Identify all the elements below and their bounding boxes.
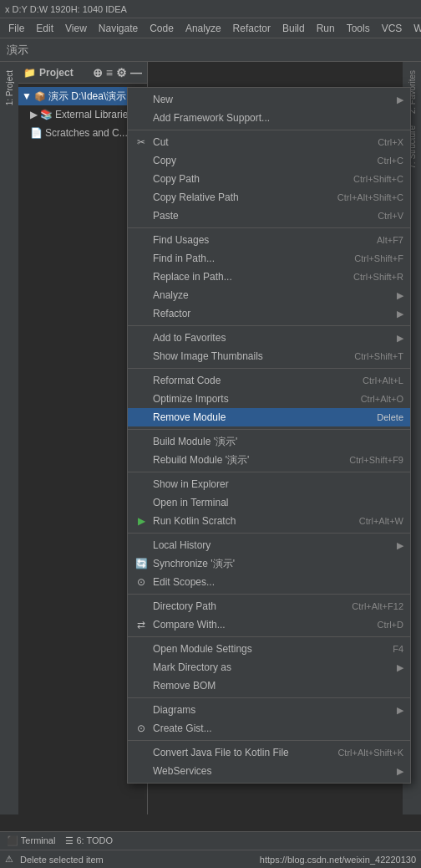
cm-build-module[interactable]: Build Module '演示' <box>128 432 410 451</box>
bottom-toolbar: ⬛ Terminal ☰ 6: TODO <box>0 831 421 850</box>
todo-label: 6: TODO <box>77 835 114 845</box>
cm-find-usages[interactable]: Find Usages Alt+F7 <box>128 231 410 249</box>
menu-code[interactable]: Code <box>145 21 179 36</box>
cm-find-usages-label: Find Usages <box>153 234 372 246</box>
cm-add-favorites-label: Add to Favorites <box>153 332 392 344</box>
cm-refactor-arrow: ▶ <box>397 309 403 319</box>
menu-refactor[interactable]: Refactor <box>228 21 276 36</box>
cm-sync-label: Synchronize '演示' <box>153 557 403 571</box>
cm-optimize-shortcut: Ctrl+Alt+O <box>361 394 403 404</box>
cm-show-image-thumbnails[interactable]: Show Image Thumbnails Ctrl+Shift+T <box>128 347 410 365</box>
cm-optimize-label: Optimize Imports <box>153 393 356 405</box>
minimize-icon[interactable]: — <box>130 66 142 79</box>
cm-find-usages-shortcut: Alt+F7 <box>377 235 403 245</box>
menu-edit[interactable]: Edit <box>31 21 58 36</box>
cm-mark-directory-as[interactable]: Mark Directory as ▶ <box>128 658 410 677</box>
cm-rebuild-module[interactable]: Rebuild Module '演示' Ctrl+Shift+F9 <box>128 451 410 469</box>
cm-cut-label: Cut <box>153 136 373 148</box>
cm-convert-label: Convert Java File to Kotlin File <box>153 747 332 758</box>
terminal-tab[interactable]: ⬛ Terminal <box>7 835 55 846</box>
cm-open-in-terminal[interactable]: Open in Terminal <box>128 493 410 512</box>
cm-find-in-path-label: Find in Path... <box>153 253 349 264</box>
status-url: https://blog.csdn.net/weixin_42220130 <box>260 855 416 865</box>
cm-optimize-imports[interactable]: Optimize Imports Ctrl+Alt+O <box>128 390 410 408</box>
cm-copy-relative-path[interactable]: Copy Relative Path Ctrl+Alt+Shift+C <box>128 188 410 207</box>
separator-1 <box>128 130 410 130</box>
cm-remove-module-label: Remove Module <box>153 411 372 423</box>
todo-tab[interactable]: ☰ 6: TODO <box>65 835 113 846</box>
cm-cut-shortcut: Ctrl+X <box>378 137 403 147</box>
options-icon[interactable]: ≡ <box>106 66 113 79</box>
cm-copy-path[interactable]: Copy Path Ctrl+Shift+C <box>128 170 410 188</box>
cm-diagrams-arrow: ▶ <box>397 705 403 716</box>
cm-edit-scopes[interactable]: ⊙ Edit Scopes... <box>128 573 410 591</box>
cm-convert-java-kotlin[interactable]: Convert Java File to Kotlin File Ctrl+Al… <box>128 743 410 762</box>
cm-copy[interactable]: Copy Ctrl+C <box>128 151 410 170</box>
cm-show-in-explorer[interactable]: Show in Explorer <box>128 475 410 493</box>
cm-add-favorites-arrow: ▶ <box>397 333 403 344</box>
ext-lib-arrow-icon: ▶ <box>30 109 38 120</box>
settings-icon[interactable]: ⚙ <box>116 66 127 79</box>
left-side-tabs: 1: Project <box>0 62 18 814</box>
sidebar-item-project[interactable]: 1: Project <box>3 65 16 110</box>
cm-add-framework-label: Add Framework Support... <box>153 112 403 124</box>
toolbar-title: 演示 <box>7 43 28 58</box>
sync-icon[interactable]: ⊕ <box>93 66 103 79</box>
delete-selected-text: Delete selected item <box>20 855 104 865</box>
cm-refactor[interactable]: Refactor ▶ <box>128 304 410 323</box>
cm-add-to-favorites[interactable]: Add to Favorites ▶ <box>128 329 410 347</box>
cm-open-module-settings[interactable]: Open Module Settings F4 <box>128 640 410 658</box>
cm-edit-scopes-icon: ⊙ <box>134 576 148 588</box>
cm-webservices-label: WebServices <box>153 765 392 777</box>
cm-paste[interactable]: Paste Ctrl+V <box>128 207 410 225</box>
menu-analyze[interactable]: Analyze <box>180 21 226 36</box>
menu-bar: File Edit View Navigate Code Analyze Ref… <box>0 18 421 38</box>
cm-add-framework[interactable]: Add Framework Support... <box>128 109 410 127</box>
menu-w[interactable]: W <box>408 21 421 36</box>
cm-local-history[interactable]: Local History ▶ <box>128 536 410 554</box>
separator-5 <box>128 429 410 430</box>
title-text: x D:Y D:W 1920H: 1040 IDEA <box>5 4 127 14</box>
cm-show-image-label: Show Image Thumbnails <box>153 350 349 362</box>
menu-tools[interactable]: Tools <box>342 21 375 36</box>
cm-find-in-path[interactable]: Find in Path... Ctrl+Shift+F <box>128 249 410 268</box>
context-menu: New ▶ Add Framework Support... ✂ Cut Ctr… <box>127 87 411 784</box>
toolbar: 演示 <box>0 38 421 62</box>
cm-module-settings-shortcut: F4 <box>393 644 403 654</box>
cm-diagrams-label: Diagrams <box>153 704 392 716</box>
cm-mark-dir-arrow: ▶ <box>397 662 403 673</box>
cm-run-kotlin-scratch[interactable]: ▶ Run Kotlin Scratch Ctrl+Alt+W <box>128 512 410 530</box>
project-folder-icon: 📁 <box>23 67 36 79</box>
cm-analyze[interactable]: Analyze ▶ <box>128 286 410 304</box>
cm-diagrams[interactable]: Diagrams ▶ <box>128 701 410 719</box>
cm-replace-in-path-label: Replace in Path... <box>153 271 348 283</box>
cm-find-in-path-shortcut: Ctrl+Shift+F <box>354 253 403 263</box>
cm-create-gist[interactable]: ⊙ Create Gist... <box>128 719 410 738</box>
separator-7 <box>128 533 410 534</box>
cm-synchronize[interactable]: 🔄 Synchronize '演示' <box>128 554 410 573</box>
cm-directory-path[interactable]: Directory Path Ctrl+Alt+F12 <box>128 597 410 615</box>
separator-4 <box>128 368 410 369</box>
cm-build-module-label: Build Module '演示' <box>153 435 403 449</box>
separator-3 <box>128 325 410 326</box>
menu-file[interactable]: File <box>3 21 29 36</box>
menu-view[interactable]: View <box>60 21 92 36</box>
todo-icon: ☰ <box>65 835 74 845</box>
menu-navigate[interactable]: Navigate <box>94 21 143 36</box>
cm-remove-module[interactable]: Remove Module Delete <box>128 408 410 426</box>
cm-run-kotlin-label: Run Kotlin Scratch <box>153 515 354 527</box>
cm-replace-in-path[interactable]: Replace in Path... Ctrl+Shift+R <box>128 268 410 286</box>
demo-label: 演示 D:\Idea\演示... <box>48 89 134 104</box>
cm-cut[interactable]: ✂ Cut Ctrl+X <box>128 133 410 151</box>
cm-reformat-code[interactable]: Reformat Code Ctrl+Alt+L <box>128 371 410 390</box>
menu-vcs[interactable]: VCS <box>377 21 408 36</box>
demo-arrow-icon: ▼ <box>22 90 32 102</box>
title-bar: x D:Y D:W 1920H: 1040 IDEA <box>0 0 421 18</box>
cm-analyze-label: Analyze <box>153 289 392 301</box>
cm-remove-bom[interactable]: Remove BOM <box>128 677 410 695</box>
menu-build[interactable]: Build <box>277 21 310 36</box>
cm-compare-with[interactable]: ⇄ Compare With... Ctrl+D <box>128 615 410 634</box>
menu-run[interactable]: Run <box>312 21 340 36</box>
cm-new[interactable]: New ▶ <box>128 90 410 109</box>
cm-webservices[interactable]: WebServices ▶ <box>128 762 410 780</box>
